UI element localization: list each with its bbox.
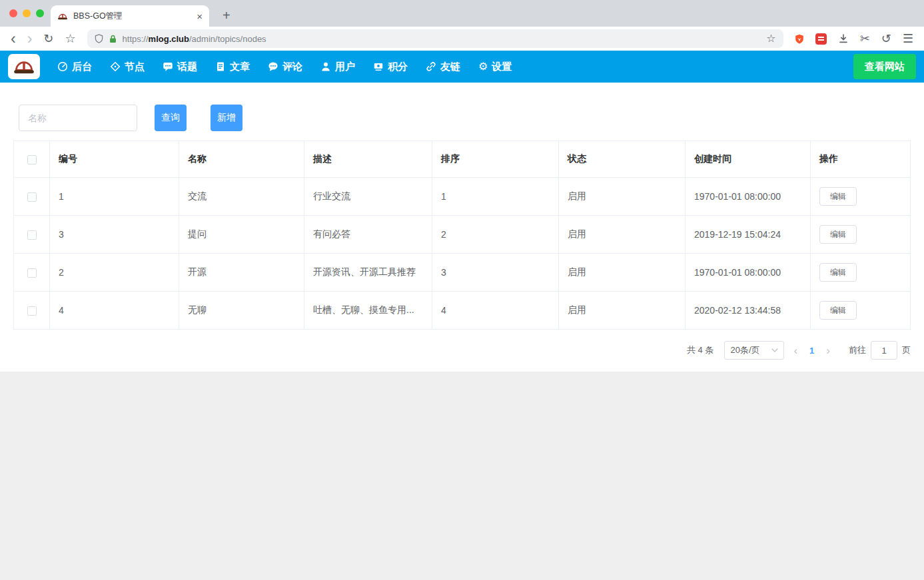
page-size-select[interactable]: 20条/页 xyxy=(724,341,784,360)
user-icon xyxy=(320,61,331,72)
forward-icon[interactable]: › xyxy=(27,31,33,47)
nav-item-topics[interactable]: 话题 xyxy=(163,61,197,73)
extension-icon[interactable] xyxy=(815,33,827,45)
edit-button[interactable]: 编辑 xyxy=(819,187,857,206)
nav-label: 评论 xyxy=(282,61,302,73)
browser-address-bar: ‹ › ↻ ☆ https://mlog.club/admin/topics/n… xyxy=(0,27,924,51)
address-bar-input[interactable]: https://mlog.club/admin/topics/nodes ☆ xyxy=(87,29,783,48)
row-checkbox[interactable] xyxy=(27,192,37,202)
nav-item-settings[interactable]: ⚙ 设置 xyxy=(478,61,512,73)
browser-tab-bar: BBS-GO管理 × + xyxy=(0,0,924,27)
goto-page-input[interactable] xyxy=(871,341,897,360)
nav-item-dashboard[interactable]: 后台 xyxy=(57,61,92,73)
nav-label: 话题 xyxy=(177,61,197,73)
view-site-button[interactable]: 查看网站 xyxy=(853,54,916,79)
add-button[interactable]: 新增 xyxy=(211,105,242,131)
cell-created: 1970-01-01 08:00:00 xyxy=(686,178,811,216)
tab-close-icon[interactable]: × xyxy=(197,11,203,22)
row-checkbox[interactable] xyxy=(27,268,37,278)
window-close-button[interactable] xyxy=(9,9,17,17)
edit-button[interactable]: 编辑 xyxy=(819,301,857,320)
reload-icon[interactable]: ↻ xyxy=(43,33,53,45)
bookmark-star-icon[interactable]: ☆ xyxy=(65,33,75,45)
https-lock-icon[interactable] xyxy=(109,35,117,43)
brave-shield-icon[interactable] xyxy=(795,34,804,44)
nodes-table: 编号 名称 描述 排序 状态 创建时间 操作 1 交流 行业交流 1 启用 xyxy=(13,141,911,330)
chevron-down-icon xyxy=(771,348,778,352)
table-row: 4 无聊 吐槽、无聊、摸鱼专用... 4 启用 2020-02-12 13:44… xyxy=(14,292,911,330)
cell-created: 1970-01-01 08:00:00 xyxy=(686,254,811,292)
select-all-checkbox[interactable] xyxy=(27,155,37,164)
site-info-shield-icon[interactable] xyxy=(95,34,103,43)
cell-description: 吐槽、无聊、摸鱼专用... xyxy=(304,292,432,330)
col-header-description: 描述 xyxy=(304,141,432,178)
app-navbar: 后台 节点 话题 xyxy=(0,51,924,83)
browser-tab[interactable]: BBS-GO管理 × xyxy=(51,5,209,27)
total-count-label: 共 4 条 xyxy=(687,344,713,356)
cell-id: 4 xyxy=(50,292,179,330)
cell-status: 启用 xyxy=(559,292,686,330)
col-header-created: 创建时间 xyxy=(686,141,811,178)
helmet-logo-icon xyxy=(13,57,35,76)
row-checkbox[interactable] xyxy=(27,306,37,316)
nav-label: 后台 xyxy=(72,61,92,73)
nav-item-users[interactable]: 用户 xyxy=(320,61,355,73)
new-tab-button[interactable]: + xyxy=(219,5,234,27)
nav-item-articles[interactable]: 文章 xyxy=(215,61,250,73)
scissors-icon[interactable]: ✂ xyxy=(860,33,870,45)
cell-status: 启用 xyxy=(559,254,686,292)
node-tag-icon xyxy=(110,61,121,72)
download-icon[interactable] xyxy=(838,33,849,44)
cell-id: 2 xyxy=(50,254,179,292)
next-page-icon[interactable]: › xyxy=(817,345,839,356)
col-header-status: 状态 xyxy=(559,141,686,178)
pagination-bar: 共 4 条 20条/页 ‹ 1 › 前往 页 xyxy=(0,330,924,362)
nav-label: 积分 xyxy=(388,61,408,73)
prev-page-icon[interactable]: ‹ xyxy=(784,345,807,356)
goto-label: 前往 xyxy=(849,344,866,356)
window-zoom-button[interactable] xyxy=(36,9,44,17)
cell-id: 3 xyxy=(50,216,179,254)
col-header-sort: 排序 xyxy=(432,141,559,178)
edit-button[interactable]: 编辑 xyxy=(819,263,857,282)
cell-created: 2019-12-19 15:04:24 xyxy=(686,216,811,254)
row-checkbox[interactable] xyxy=(27,230,37,240)
points-icon xyxy=(373,61,384,72)
cell-description: 开源资讯、开源工具推荐 xyxy=(304,254,432,292)
dashboard-icon xyxy=(57,61,68,72)
bookmark-this-page-star-icon[interactable]: ☆ xyxy=(766,33,775,44)
url-text: https://mlog.club/admin/topics/nodes xyxy=(123,34,761,44)
nav-item-nodes[interactable]: 节点 xyxy=(110,61,145,73)
window-minimize-button[interactable] xyxy=(23,9,31,17)
history-icon[interactable]: ↺ xyxy=(881,33,891,45)
back-icon[interactable]: ‹ xyxy=(11,31,16,47)
page-unit-label: 页 xyxy=(902,344,911,356)
filter-toolbar: 查询 新增 xyxy=(0,105,924,131)
nav-label: 文章 xyxy=(230,61,250,73)
page-number-1[interactable]: 1 xyxy=(807,346,817,356)
site-favicon xyxy=(57,12,68,21)
bbsgo-logo[interactable] xyxy=(8,54,40,79)
page-size-value: 20条/页 xyxy=(730,344,759,356)
cell-sort: 1 xyxy=(432,178,559,216)
edit-button[interactable]: 编辑 xyxy=(819,225,857,244)
nav-label: 友链 xyxy=(440,61,460,73)
cell-sort: 2 xyxy=(432,216,559,254)
query-button[interactable]: 查询 xyxy=(155,105,187,131)
tab-title: BBS-GO管理 xyxy=(73,11,191,22)
table-row: 2 开源 开源资讯、开源工具推荐 3 启用 1970-01-01 08:00:0… xyxy=(14,254,911,292)
name-search-input[interactable] xyxy=(19,105,137,131)
nav-label: 设置 xyxy=(492,61,512,73)
nav-item-links[interactable]: 友链 xyxy=(426,61,460,73)
cell-name: 交流 xyxy=(179,178,304,216)
cell-sort: 3 xyxy=(432,254,559,292)
comment-icon xyxy=(268,61,278,72)
page-content: 查询 新增 编号 名称 描述 排序 状态 创建时间 操作 xyxy=(0,83,924,372)
article-icon xyxy=(215,61,226,72)
menu-icon[interactable]: ☰ xyxy=(903,33,913,45)
cell-created: 2020-02-12 13:44:58 xyxy=(686,292,811,330)
cell-name: 开源 xyxy=(179,254,304,292)
nav-item-comments[interactable]: 评论 xyxy=(268,61,302,73)
nav-item-points[interactable]: 积分 xyxy=(373,61,408,73)
nav-label: 节点 xyxy=(125,61,145,73)
